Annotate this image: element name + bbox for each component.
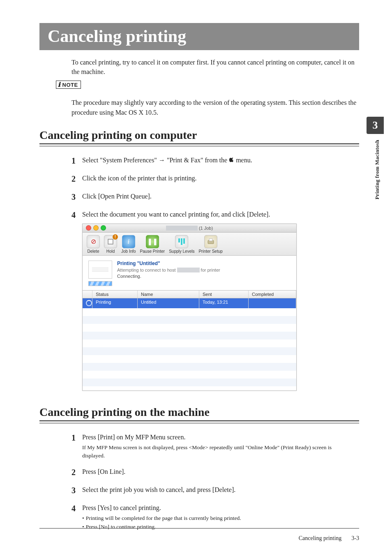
note-icon: ℹ — [58, 81, 61, 88]
toolbar-label: Supply Levels — [169, 249, 194, 254]
step-number: 3 — [71, 192, 82, 202]
status-area: Printing "Untitled" Attempting to connec… — [83, 256, 296, 291]
step-number: 4 — [71, 210, 82, 220]
step-body: Press [Yes] to cancel printing. Printing… — [82, 503, 355, 531]
col-header-status: Status — [92, 291, 138, 298]
step4-text: Press [Yes] to cancel printing. — [82, 504, 161, 511]
section-heading-computer: Canceling printing on computer — [39, 129, 359, 142]
supply-icon — [175, 235, 188, 248]
job-preview — [88, 261, 111, 286]
step1-text-mid: "Print & Fax" from the — [165, 157, 229, 164]
step-body: Select "System Preferences" → "Print & F… — [82, 155, 355, 166]
toolbar-label: Job Info — [121, 249, 136, 254]
printer-setup-button[interactable]: Printer Setup — [198, 235, 222, 254]
page-preview-icon — [88, 261, 112, 279]
toolbar-label: Printer Setup — [198, 249, 222, 254]
status-text: Printing "Untitled" Attempting to connec… — [117, 261, 220, 279]
printer-setup-icon — [204, 235, 217, 248]
note-text: The procedure may slightly vary accordin… — [71, 98, 359, 117]
job-list-body — [83, 308, 296, 390]
section-rule — [39, 143, 359, 146]
window-title: xxxxxxxxxxxxxx (1 Job) — [83, 226, 296, 231]
delete-icon: ⊘ — [87, 235, 100, 248]
chapter-tab: 3 — [367, 117, 384, 134]
job-row[interactable]: Printing Untitled Today, 13:21 — [83, 298, 296, 308]
col-header-name: Name — [138, 291, 199, 298]
job-completed — [249, 298, 296, 308]
toolbar-label: Pause Printer — [140, 249, 165, 254]
toolbar-label: Delete — [88, 249, 99, 254]
step-number: 1 — [71, 155, 82, 166]
intro-paragraph: To cancel printing, try to cancel it on … — [71, 58, 355, 76]
step1-text: Press [Print] on My MFP Menu screen. — [82, 434, 185, 441]
list-item: Printing will be completed for the page … — [82, 514, 355, 522]
status-line2: Attempting to connect to host xxxxxxxxxx… — [117, 268, 220, 272]
footer-page-number: 3-3 — [351, 535, 359, 542]
page-footer: Canceling printing 3-3 — [299, 535, 359, 542]
footer-title: Canceling printing — [299, 535, 342, 542]
hold-button[interactable]: Hold — [104, 235, 117, 254]
status-line3: Connecting. — [117, 274, 220, 279]
progress-bar — [88, 281, 112, 286]
pause-icon: ❚❚ — [146, 235, 159, 248]
svg-rect-2 — [209, 239, 212, 241]
note-label: NOTE — [62, 82, 78, 88]
page-title: Canceling printing — [48, 26, 351, 46]
step-number: 3 — [71, 485, 82, 496]
step-body: Click the icon of the printer that is pr… — [82, 173, 355, 184]
col-header-completed: Completed — [249, 291, 296, 298]
step-number: 2 — [71, 467, 82, 478]
step-number: 4 — [71, 503, 82, 531]
toolbar-label: Hold — [106, 249, 115, 254]
delete-button[interactable]: ⊘ Delete — [87, 235, 100, 254]
list-item: Press [No] to continue printing. — [82, 523, 355, 531]
step1-subtext: If My MFP Menu screen is not displayed, … — [82, 443, 355, 459]
hold-icon — [104, 235, 117, 248]
section-heading-machine: Canceling printing on the machine — [39, 406, 359, 419]
info-icon: i — [122, 235, 135, 248]
step-number: 2 — [71, 173, 82, 184]
apple-icon — [229, 157, 234, 163]
step-body: Click [Open Print Queue]. — [82, 192, 355, 202]
print-queue-window: xxxxxxxxxxxxxx (1 Job) ⊘ Delete Hold i — [82, 224, 297, 391]
job-info-button[interactable]: i Job Info — [121, 235, 136, 254]
pause-printer-button[interactable]: ❚❚ Pause Printer — [140, 235, 165, 254]
page-banner: Canceling printing — [39, 23, 359, 50]
note-badge: ℹ NOTE — [56, 81, 81, 89]
window-title-suffix: (1 Job) — [199, 226, 213, 231]
window-titlebar: xxxxxxxxxxxxxx (1 Job) — [83, 224, 296, 233]
col-header-sent: Sent — [199, 291, 249, 298]
step1-text-pre: Select "System Preferences" — [82, 157, 159, 164]
step1-text-post: menu. — [234, 157, 252, 164]
status-line1: Printing "Untitled" — [117, 261, 220, 266]
window-toolbar: ⊘ Delete Hold i Job Info ❚❚ Pause Printe… — [83, 233, 296, 256]
arrow-icon: → — [159, 157, 165, 164]
section-rule — [39, 420, 359, 423]
step-body: Press [On Line]. — [82, 467, 355, 478]
footer-rule — [39, 528, 359, 529]
job-list-header: Status Name Sent Completed — [83, 291, 296, 298]
job-sent: Today, 13:21 — [199, 298, 249, 308]
step-body: Select the print job you wish to cancel,… — [82, 485, 355, 496]
spinner-icon — [86, 300, 92, 306]
step-number: 1 — [71, 432, 82, 459]
chapter-side-label: Printing from Macintosh — [374, 140, 380, 199]
job-status: Printing — [92, 298, 138, 308]
step-body: Select the document you want to cancel p… — [82, 210, 355, 220]
supply-levels-button[interactable]: Supply Levels — [169, 235, 194, 254]
svg-rect-0 — [108, 239, 113, 244]
job-name: Untitled — [138, 298, 199, 308]
step-body: Press [Print] on My MFP Menu screen. If … — [82, 432, 355, 459]
